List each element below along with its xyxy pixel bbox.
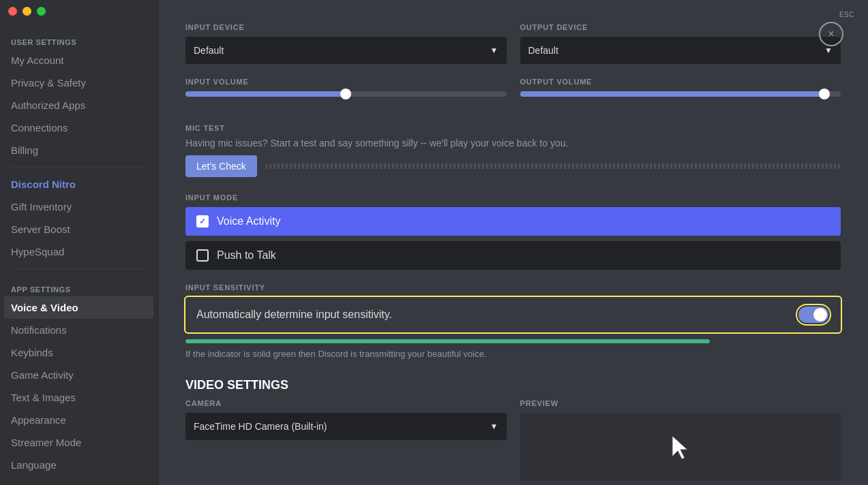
sidebar: USER SETTINGS My Account Privacy & Safet… <box>0 0 158 485</box>
mic-test-row: Let's Check <box>185 155 841 177</box>
esc-label: ESC <box>839 11 854 18</box>
voice-activity-option[interactable]: Voice Activity <box>185 207 841 236</box>
input-device-value: Default <box>194 45 224 56</box>
sidebar-divider-2 <box>11 268 147 269</box>
voice-activity-checkbox <box>196 215 209 228</box>
cursor-preview-icon <box>667 433 694 460</box>
output-volume-thumb[interactable] <box>819 89 830 99</box>
sidebar-item-label: Streamer Mode <box>11 437 81 448</box>
sidebar-item-label: Billing <box>11 144 38 156</box>
sidebar-item-privacy-safety[interactable]: Privacy & Safety <box>4 72 153 94</box>
sidebar-item-label: Server Boost <box>11 223 70 235</box>
input-mode-section: INPUT MODE Voice Activity Push to Talk <box>185 193 841 270</box>
mic-test-label: MIC TEST <box>185 124 841 132</box>
push-to-talk-option[interactable]: Push to Talk <box>185 241 841 270</box>
close-icon: × <box>828 28 834 40</box>
output-volume-col: OUTPUT VOLUME <box>520 78 841 97</box>
sidebar-item-server-boost[interactable]: Server Boost <box>4 218 153 240</box>
close-esc-group: × ESC <box>839 11 854 18</box>
sidebar-item-appearance[interactable]: Appearance <box>4 409 153 431</box>
sidebar-item-label: Appearance <box>11 414 66 426</box>
sidebar-item-connections[interactable]: Connections <box>4 116 153 139</box>
sensitivity-toggle-wrapper <box>797 305 830 324</box>
dropdown-arrow-icon: ▼ <box>490 46 498 55</box>
sensitivity-bar <box>185 339 710 343</box>
input-device-label: INPUT DEVICE <box>185 23 507 31</box>
camera-dropdown[interactable]: FaceTime HD Camera (Built-in) ▼ <box>185 413 507 440</box>
input-device-dropdown[interactable]: Default ▼ <box>185 37 507 64</box>
video-row: CAMERA FaceTime HD Camera (Built-in) ▼ P… <box>185 399 841 481</box>
sensitivity-toggle[interactable] <box>798 307 828 323</box>
sidebar-item-label: Text & Images <box>11 392 76 403</box>
sidebar-item-label: Keybinds <box>11 347 53 358</box>
lets-check-button[interactable]: Let's Check <box>185 155 257 177</box>
sidebar-item-hypesquad[interactable]: HypeSquad <box>4 240 153 263</box>
input-volume-col: INPUT VOLUME <box>185 78 507 97</box>
mic-test-description: Having mic issues? Start a test and say … <box>185 138 841 148</box>
input-volume-thumb[interactable] <box>340 89 351 99</box>
traffic-lights <box>8 7 46 16</box>
camera-col: CAMERA FaceTime HD Camera (Built-in) ▼ <box>185 399 507 481</box>
sidebar-item-label: Discord Nitro <box>11 178 76 190</box>
dropdown-arrow-icon-2: ▼ <box>824 46 833 55</box>
output-device-dropdown[interactable]: Default ▼ <box>520 37 841 64</box>
sidebar-item-label: Game Activity <box>11 369 74 381</box>
sidebar-item-authorized-apps[interactable]: Authorized Apps <box>4 94 153 116</box>
svg-marker-0 <box>672 436 687 459</box>
input-volume-fill <box>185 91 346 97</box>
sidebar-item-game-activity[interactable]: Game Activity <box>4 364 153 386</box>
sidebar-item-gift-inventory[interactable]: Gift Inventory <box>4 195 153 218</box>
input-volume-label: INPUT VOLUME <box>185 78 507 86</box>
sidebar-item-language[interactable]: Language <box>4 454 153 476</box>
sidebar-item-billing[interactable]: Billing <box>4 139 153 161</box>
sidebar-item-label: Notifications <box>11 324 67 336</box>
sensitivity-auto-row: Automatically determine input sensitivit… <box>185 297 841 332</box>
preview-col: PREVIEW <box>520 399 841 481</box>
sidebar-item-label: Privacy & Safety <box>11 77 86 89</box>
app-settings-label: APP SETTINGS <box>4 275 153 296</box>
sidebar-item-label: Authorized Apps <box>11 99 85 111</box>
mic-bar-track <box>265 163 841 169</box>
volume-row: INPUT VOLUME OUTPUT VOLUME <box>185 78 841 110</box>
input-mode-label: INPUT MODE <box>185 193 841 202</box>
mic-test-section: MIC TEST Having mic issues? Start a test… <box>185 124 841 177</box>
sidebar-item-discord-nitro[interactable]: Discord Nitro <box>4 173 153 195</box>
minimize-traffic-light[interactable] <box>23 7 31 16</box>
push-to-talk-checkbox <box>196 249 209 262</box>
output-device-label: OUTPUT DEVICE <box>520 23 841 31</box>
sidebar-item-label: My Account <box>11 54 64 66</box>
sidebar-item-text-images[interactable]: Text & Images <box>4 386 153 409</box>
output-device-col: OUTPUT DEVICE Default ▼ <box>520 23 841 64</box>
voice-activity-label: Voice Activity <box>217 215 280 228</box>
device-row: INPUT DEVICE Default ▼ OUTPUT DEVICE Def… <box>185 16 841 64</box>
toggle-thumb <box>813 308 827 322</box>
maximize-traffic-light[interactable] <box>37 7 46 16</box>
close-button[interactable]: × <box>819 22 843 46</box>
close-traffic-light[interactable] <box>8 7 17 16</box>
sidebar-item-my-account[interactable]: My Account <box>4 49 153 72</box>
user-settings-label: USER SETTINGS <box>4 27 153 49</box>
sidebar-item-voice-video[interactable]: Voice & Video <box>4 296 153 319</box>
sidebar-item-notifications[interactable]: Notifications <box>4 319 153 341</box>
sidebar-item-label: Voice & Video <box>11 302 78 313</box>
output-volume-track[interactable] <box>520 91 841 97</box>
sidebar-item-label: Language <box>11 459 57 471</box>
input-sensitivity-label: INPUT SENSITIVITY <box>185 283 841 292</box>
output-device-value: Default <box>528 45 558 56</box>
sensitivity-auto-label: Automatically determine input sensitivit… <box>196 309 392 321</box>
video-settings-label: VIDEO SETTINGS <box>185 378 841 392</box>
camera-value: FaceTime HD Camera (Built-in) <box>194 421 327 432</box>
sidebar-item-streamer-mode[interactable]: Streamer Mode <box>4 431 153 454</box>
output-volume-fill <box>520 91 825 97</box>
sidebar-divider-1 <box>11 167 147 168</box>
sidebar-item-keybinds[interactable]: Keybinds <box>4 341 153 364</box>
camera-label: CAMERA <box>185 399 507 407</box>
sidebar-item-label: Gift Inventory <box>11 201 72 213</box>
camera-preview <box>520 413 841 481</box>
sidebar-item-label: Connections <box>11 122 68 134</box>
sidebar-item-label: HypeSquad <box>11 246 64 257</box>
input-sensitivity-section: INPUT SENSITIVITY Automatically determin… <box>185 283 841 359</box>
output-volume-label: OUTPUT VOLUME <box>520 78 841 86</box>
input-volume-track[interactable] <box>185 91 507 97</box>
sensitivity-note: If the indicator is solid green then Dis… <box>185 349 841 359</box>
